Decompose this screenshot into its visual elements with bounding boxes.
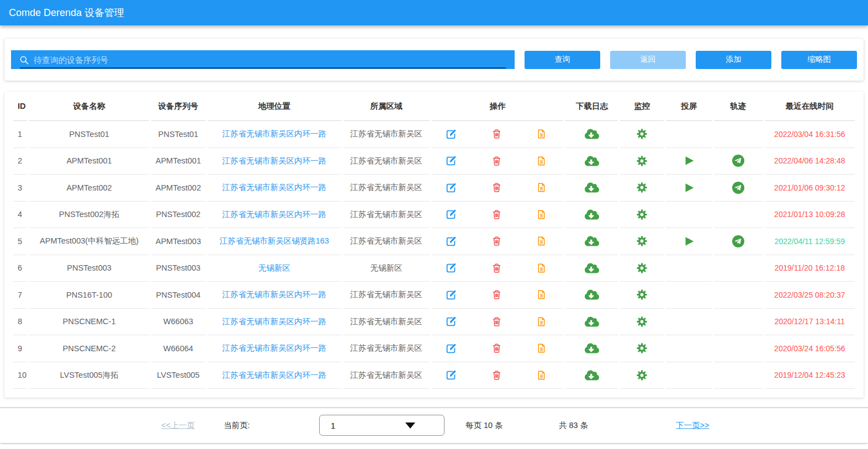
delete-button[interactable]: [491, 342, 502, 354]
table-row: 8 PNSCNEMC-1 W66063 江苏省无锡市新吴区内环一路 江苏省无锡市…: [13, 309, 855, 336]
download-log-button[interactable]: [585, 262, 599, 274]
monitor-button[interactable]: [636, 289, 648, 300]
delete-button[interactable]: [491, 182, 502, 193]
download-log-button[interactable]: [585, 182, 599, 193]
location-link[interactable]: 无锡新区: [258, 263, 290, 272]
monitor-button[interactable]: [636, 369, 648, 381]
location-link[interactable]: 江苏省无锡市新吴区内环一路: [223, 210, 327, 219]
edit-button[interactable]: [445, 208, 457, 220]
cell-region: 江苏省无锡市新吴区: [343, 175, 430, 202]
delete-button[interactable]: [491, 235, 502, 247]
location-link[interactable]: 江苏省无锡市新吴区内环一路: [223, 371, 327, 379]
cast-button[interactable]: [683, 182, 695, 194]
cell-serial: APMTest002: [151, 175, 205, 202]
cell-region: 江苏省无锡市新吴区: [343, 335, 430, 362]
delete-button[interactable]: [491, 316, 502, 327]
edit-button[interactable]: [445, 289, 457, 301]
cell-device-name: PNSCNEMC-2: [29, 335, 149, 362]
edit-button[interactable]: [445, 155, 457, 167]
cell-device-name: APMTest003(中科智远工地): [29, 228, 149, 255]
edit-button[interactable]: [445, 262, 457, 274]
next-page-link[interactable]: 下一页>>: [676, 420, 709, 431]
log-button[interactable]: [536, 128, 547, 140]
download-log-button[interactable]: [585, 316, 599, 327]
device-table: ID 设备名称 设备序列号 地理位置 所属区域 操作 下载日志 监控 投屏 轨迹…: [11, 92, 857, 389]
query-button[interactable]: 查询: [525, 51, 600, 69]
location-link[interactable]: 江苏省无锡市新吴区内环一路: [223, 317, 327, 326]
table-row: 7 PNS16T-100 PNSTest004 江苏省无锡市新吴区内环一路 江苏…: [13, 282, 855, 309]
location-link[interactable]: 江苏省无锡市新吴区锡贤路163: [220, 236, 329, 245]
log-button[interactable]: [536, 182, 547, 193]
download-log-button[interactable]: [585, 369, 599, 381]
edit-button[interactable]: [445, 369, 457, 381]
download-log-button[interactable]: [585, 342, 599, 354]
cell-device-name: APMTest001: [29, 148, 149, 175]
delete-button[interactable]: [491, 155, 502, 167]
col-header-device-name: 设备名称: [29, 92, 149, 121]
delete-button[interactable]: [491, 209, 502, 220]
log-button[interactable]: [536, 316, 547, 327]
edit-button[interactable]: [445, 342, 457, 355]
log-button[interactable]: [536, 369, 547, 381]
thumbnail-button[interactable]: 缩略图: [781, 51, 857, 69]
play-icon: [683, 235, 695, 247]
cell-region: 无锡新区: [343, 255, 430, 282]
download-log-button[interactable]: [585, 289, 599, 300]
delete-button[interactable]: [491, 262, 502, 274]
page-select[interactable]: 1: [319, 415, 444, 436]
gear-icon: [636, 316, 648, 327]
delete-button[interactable]: [491, 128, 502, 140]
last-online-time: 2021/01/06 09:30:12: [774, 183, 845, 192]
monitor-button[interactable]: [636, 155, 648, 167]
cast-button[interactable]: [683, 235, 695, 247]
location-link[interactable]: 江苏省无锡市新吴区内环一路: [223, 290, 327, 299]
delete-button[interactable]: [491, 289, 502, 300]
gear-icon: [636, 262, 648, 274]
telegram-icon: [732, 181, 745, 194]
monitor-button[interactable]: [636, 182, 648, 193]
cell-serial: PNSTest003: [151, 255, 205, 282]
track-button[interactable]: [732, 181, 745, 194]
log-button[interactable]: [536, 289, 547, 300]
edit-button[interactable]: [445, 128, 457, 140]
download-log-button[interactable]: [585, 235, 599, 247]
edit-button[interactable]: [445, 235, 457, 247]
col-header-serial: 设备序列号: [151, 92, 205, 121]
gear-icon: [636, 182, 648, 193]
monitor-button[interactable]: [636, 128, 648, 140]
edit-button[interactable]: [445, 315, 457, 327]
back-button[interactable]: 返回: [610, 51, 686, 69]
edit-button[interactable]: [445, 182, 457, 194]
track-button[interactable]: [732, 154, 745, 167]
log-button[interactable]: [536, 209, 547, 220]
monitor-button[interactable]: [636, 262, 648, 274]
add-button[interactable]: 添加: [696, 51, 771, 69]
cloud-download-icon: [585, 235, 599, 247]
search-input[interactable]: [34, 55, 508, 65]
download-log-button[interactable]: [585, 209, 599, 220]
log-button[interactable]: [536, 235, 547, 247]
trash-icon: [491, 316, 502, 327]
location-link[interactable]: 江苏省无锡市新吴区内环一路: [223, 344, 327, 352]
monitor-button[interactable]: [636, 342, 648, 354]
monitor-button[interactable]: [636, 209, 648, 220]
monitor-button[interactable]: [636, 235, 648, 247]
prev-page-link[interactable]: <<上一页: [161, 420, 194, 431]
location-link[interactable]: 江苏省无锡市新吴区内环一路: [223, 183, 327, 192]
delete-button[interactable]: [491, 369, 502, 381]
log-button[interactable]: [536, 262, 547, 274]
track-button[interactable]: [732, 235, 745, 248]
trash-icon: [491, 289, 502, 300]
trash-icon: [491, 369, 502, 381]
log-button[interactable]: [536, 342, 547, 354]
download-log-button[interactable]: [585, 128, 599, 140]
monitor-button[interactable]: [636, 316, 648, 327]
cast-button[interactable]: [683, 155, 695, 167]
edit-icon: [445, 155, 457, 167]
location-link[interactable]: 江苏省无锡市新吴区内环一路: [223, 129, 327, 138]
document-icon: [536, 262, 547, 274]
location-link[interactable]: 江苏省无锡市新吴区内环一路: [223, 156, 327, 165]
cloud-download-icon: [585, 182, 599, 193]
download-log-button[interactable]: [585, 155, 599, 167]
log-button[interactable]: [536, 155, 547, 167]
